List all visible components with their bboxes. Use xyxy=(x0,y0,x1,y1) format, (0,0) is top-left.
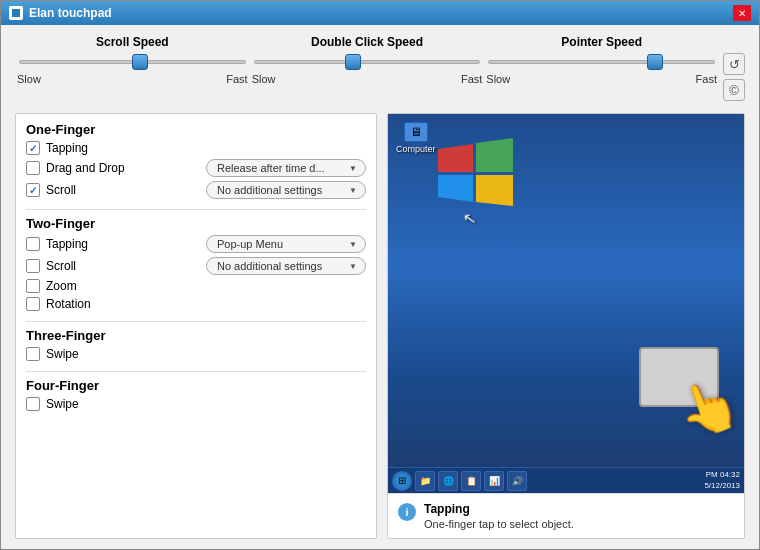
two-finger-tapping-checkbox[interactable] xyxy=(26,237,40,251)
pointer-slow-label: Slow xyxy=(486,73,510,85)
svg-rect-0 xyxy=(12,9,16,13)
one-finger-scroll-label: Scroll xyxy=(46,183,200,197)
pointer-speed-track xyxy=(488,60,715,64)
two-finger-zoom-item: Zoom xyxy=(26,279,366,293)
two-finger-tapping-dropdown[interactable]: Pop-up Menu ▼ xyxy=(206,235,366,253)
left-panel: One-Finger Tapping Drag and Drop Release… xyxy=(15,113,377,539)
three-finger-title: Three-Finger xyxy=(26,328,366,343)
three-finger-group: Three-Finger Swipe xyxy=(26,328,366,361)
one-finger-scroll-checkbox[interactable] xyxy=(26,183,40,197)
scroll-speed-track-wrap xyxy=(15,53,250,71)
divider-3 xyxy=(26,371,366,372)
one-finger-tapping-checkbox[interactable] xyxy=(26,141,40,155)
pointer-speed-title: Pointer Speed xyxy=(561,35,642,49)
two-finger-scroll-label: Scroll xyxy=(46,259,200,273)
window-content: Scroll Speed Slow Fast Double Click Spee… xyxy=(1,25,759,549)
pointer-speed-thumb[interactable] xyxy=(647,54,663,70)
scroll-fast-label: Fast xyxy=(226,73,247,85)
mouse-cursor: ↖ xyxy=(461,208,477,229)
touchpad-area: 👆 xyxy=(629,347,739,437)
one-finger-drag-label: Drag and Drop xyxy=(46,161,200,175)
one-finger-tapping-item: Tapping xyxy=(26,141,366,155)
divider-1 xyxy=(26,209,366,210)
one-finger-group: One-Finger Tapping Drag and Drop Release… xyxy=(26,122,366,199)
scroll-speed-thumb[interactable] xyxy=(132,54,148,70)
two-finger-scroll-checkbox[interactable] xyxy=(26,259,40,273)
one-finger-drag-checkbox[interactable] xyxy=(26,161,40,175)
titlebar: Elan touchpad ✕ xyxy=(1,1,759,25)
divider-2 xyxy=(26,321,366,322)
four-finger-group: Four-Finger Swipe xyxy=(26,378,366,411)
double-click-track-wrap xyxy=(250,53,485,71)
one-finger-scroll-dropdown-arrow: ▼ xyxy=(349,186,357,195)
two-finger-zoom-checkbox[interactable] xyxy=(26,279,40,293)
titlebar-left: Elan touchpad xyxy=(9,6,112,20)
two-finger-scroll-item: Scroll No additional settings ▼ xyxy=(26,257,366,275)
two-finger-group: Two-Finger Tapping Pop-up Menu ▼ Scroll xyxy=(26,216,366,311)
svg-rect-2 xyxy=(12,13,16,17)
win7-desktop-area: 🖥 Computer xyxy=(388,114,744,467)
two-finger-scroll-dropdown[interactable]: No additional settings ▼ xyxy=(206,257,366,275)
pointer-fast-label: Fast xyxy=(696,73,717,85)
one-finger-drag-dropdown-text: Release after time d... xyxy=(217,162,345,174)
svg-rect-3 xyxy=(16,13,20,17)
info-title: Tapping xyxy=(424,502,574,516)
pointer-speed-track-wrap xyxy=(484,53,719,71)
two-finger-scroll-dropdown-arrow: ▼ xyxy=(349,262,357,271)
info-icon: i xyxy=(398,503,416,521)
pointer-speed-group: Pointer Speed Slow Fast xyxy=(484,35,719,85)
taskbar-clock: PM 04:32 5/12/2013 xyxy=(704,470,740,491)
four-finger-swipe-checkbox[interactable] xyxy=(26,397,40,411)
win7-taskbar: ⊞ 📁 🌐 📋 📊 🔊 PM 04:32 5/12/2013 xyxy=(388,467,744,493)
reset-button-1[interactable]: ↺ xyxy=(723,53,745,75)
two-finger-rotation-checkbox[interactable] xyxy=(26,297,40,311)
scroll-speed-title: Scroll Speed xyxy=(96,35,169,49)
taskbar-start-button[interactable]: ⊞ xyxy=(392,471,412,491)
taskbar-item-1[interactable]: 📁 xyxy=(415,471,435,491)
scroll-speed-labels: Slow Fast xyxy=(15,73,250,85)
double-click-track xyxy=(254,60,481,64)
app-icon xyxy=(9,6,23,20)
three-finger-swipe-checkbox[interactable] xyxy=(26,347,40,361)
three-finger-swipe-item: Swipe xyxy=(26,347,366,361)
two-finger-tapping-dropdown-arrow: ▼ xyxy=(349,240,357,249)
two-finger-tapping-item: Tapping Pop-up Menu ▼ xyxy=(26,235,366,253)
preview-image: 🖥 Computer xyxy=(388,114,744,493)
scroll-speed-track xyxy=(19,60,246,64)
sliders-row: Scroll Speed Slow Fast Double Click Spee… xyxy=(15,35,745,101)
double-click-speed-group: Double Click Speed Slow Fast xyxy=(250,35,485,85)
taskbar-item-3[interactable]: 📋 xyxy=(461,471,481,491)
taskbar-item-5[interactable]: 🔊 xyxy=(507,471,527,491)
two-finger-tapping-label: Tapping xyxy=(46,237,200,251)
four-finger-title: Four-Finger xyxy=(26,378,366,393)
one-finger-drag-dropdown[interactable]: Release after time d... ▼ xyxy=(206,159,366,177)
win7-desktop: 🖥 Computer xyxy=(388,114,744,493)
scroll-speed-group: Scroll Speed Slow Fast xyxy=(15,35,250,85)
close-button[interactable]: ✕ xyxy=(733,5,751,21)
window-title: Elan touchpad xyxy=(29,6,112,20)
pointer-speed-labels: Slow Fast xyxy=(484,73,719,85)
four-finger-swipe-label: Swipe xyxy=(46,397,366,411)
taskbar-date: 5/12/2013 xyxy=(704,481,740,490)
taskbar-item-4[interactable]: 📊 xyxy=(484,471,504,491)
double-click-thumb[interactable] xyxy=(345,54,361,70)
one-finger-scroll-dropdown[interactable]: No additional settings ▼ xyxy=(206,181,366,199)
taskbar-time: PM 04:32 xyxy=(706,470,740,479)
info-text: Tapping One-finger tap to select object. xyxy=(424,502,574,530)
one-finger-scroll-item: Scroll No additional settings ▼ xyxy=(26,181,366,199)
two-finger-title: Two-Finger xyxy=(26,216,366,231)
four-finger-swipe-item: Swipe xyxy=(26,397,366,411)
reset-button-2[interactable]: © xyxy=(723,79,745,101)
three-finger-swipe-label: Swipe xyxy=(46,347,366,361)
two-finger-tapping-dropdown-text: Pop-up Menu xyxy=(217,238,345,250)
info-description: One-finger tap to select object. xyxy=(424,518,574,530)
two-finger-rotation-item: Rotation xyxy=(26,297,366,311)
windows-logo xyxy=(428,129,528,209)
svg-rect-1 xyxy=(16,9,20,13)
dclick-slow-label: Slow xyxy=(252,73,276,85)
one-finger-scroll-dropdown-text: No additional settings xyxy=(217,184,345,196)
two-finger-scroll-dropdown-text: No additional settings xyxy=(217,260,345,272)
taskbar-item-2[interactable]: 🌐 xyxy=(438,471,458,491)
scroll-slow-label: Slow xyxy=(17,73,41,85)
main-area: One-Finger Tapping Drag and Drop Release… xyxy=(15,113,745,539)
